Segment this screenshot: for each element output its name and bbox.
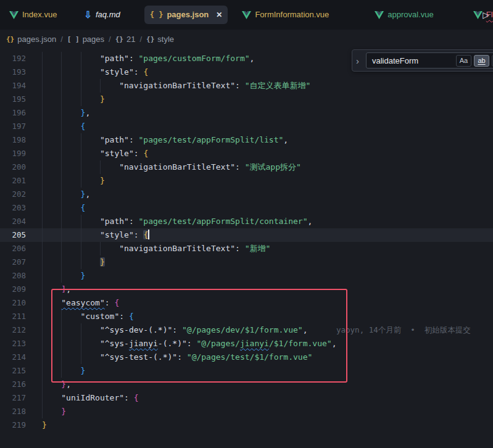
line-number: 212 <box>0 323 26 337</box>
code-token: , <box>66 380 71 389</box>
indent-guide <box>61 188 62 201</box>
match-case-button[interactable]: Aa <box>456 55 471 67</box>
code-token: } <box>42 420 47 429</box>
code-text: } <box>61 405 66 418</box>
indent-guide <box>61 174 62 188</box>
indent-guide <box>42 228 43 242</box>
code-token: : <box>134 230 144 239</box>
code-text: ], <box>61 283 71 296</box>
code-token: "测试app拆分" <box>245 162 301 172</box>
indent-guide <box>61 147 62 160</box>
code-line-196[interactable]: 196}, <box>0 106 493 120</box>
code-token: -(.*)" <box>158 339 187 348</box>
whole-word-button[interactable]: ab <box>474 55 489 67</box>
breadcrumb-label: pages.json <box>17 35 56 44</box>
code-line-213[interactable]: 213"^sys-jianyi-(.*)": "@/pages/jianyi/$… <box>0 337 493 351</box>
editor-tab-bar: Index.vue⇩faq.md{ }pages.json✕FormInform… <box>0 0 493 30</box>
code-text: "style": { <box>100 228 149 242</box>
code-line-210[interactable]: 210"easycom": { <box>0 296 493 310</box>
code-text: "path": "pages/test/appFormSplit/contain… <box>100 215 312 228</box>
breadcrumb-item-pages[interactable]: [ ] pages <box>67 35 104 44</box>
code-line-218[interactable]: 218} <box>0 405 493 418</box>
tab-index-vue[interactable]: Index.vue <box>4 6 62 24</box>
tab-overflow-icon[interactable]: ▷ <box>483 10 489 20</box>
breadcrumb-separator: / <box>109 35 111 44</box>
code-line-212[interactable]: 212"^sys-dev-(.*)": "@/pages/dev/$1/form… <box>0 323 493 337</box>
code-token: } <box>100 176 105 185</box>
code-line-200[interactable]: 200"navigationBarTitleText": "测试app拆分" <box>0 160 493 174</box>
indent-guide <box>42 296 43 310</box>
code-token: "pages/customForm/form" <box>139 54 250 63</box>
code-line-198[interactable]: 198"path": "pages/test/appFormSplit/list… <box>0 133 493 147</box>
line-number: 217 <box>0 391 26 405</box>
line-number: 214 <box>0 351 26 364</box>
line-number: 219 <box>0 418 26 432</box>
breadcrumb: {} pages.json / [ ] pages / {} 21 / {} s… <box>0 30 493 48</box>
tab-pages-json[interactable]: { }pages.json✕ <box>144 6 228 24</box>
code-text: }, <box>61 378 71 391</box>
tab-label: pages.json <box>167 10 209 20</box>
code-token: { <box>81 122 86 131</box>
code-line-204[interactable]: 204"path": "pages/test/appFormSplit/cont… <box>0 215 493 228</box>
code-line-211[interactable]: 211"custom": { <box>0 310 493 323</box>
code-token: } <box>81 271 86 280</box>
code-token: "easycom" <box>61 298 104 307</box>
indent-guide <box>100 160 101 174</box>
find-expand-chevron-icon[interactable]: › <box>356 56 366 66</box>
vue-logo-icon <box>473 11 483 19</box>
code-line-207[interactable]: 207} <box>0 255 493 269</box>
code-line-208[interactable]: 208} <box>0 269 493 283</box>
code-line-197[interactable]: 197{ <box>0 120 493 133</box>
code-token: , <box>332 339 337 348</box>
code-line-203[interactable]: 203{ <box>0 201 493 215</box>
code-line-195[interactable]: 195} <box>0 93 493 106</box>
tab-list: Index.vue⇩faq.md{ }pages.json✕FormInform… <box>0 0 493 30</box>
indent-guide <box>61 351 62 364</box>
breadcrumb-item-file[interactable]: {} pages.json <box>6 35 56 44</box>
indent-guide <box>81 93 81 106</box>
code-text: { <box>81 201 86 215</box>
code-token: "style" <box>100 67 134 77</box>
indent-guide <box>61 65 62 79</box>
code-text: } <box>100 255 105 269</box>
code-line-194[interactable]: 194"navigationBarTitleText": "自定义表单新增" <box>0 79 493 93</box>
code-text: "^sys-dev-(.*)": "@/pages/dev/$1/form.vu… <box>100 323 308 337</box>
code-line-202[interactable]: 202}, <box>0 188 493 201</box>
line-number: 215 <box>0 364 26 378</box>
breadcrumb-item-21[interactable]: {} 21 <box>115 35 136 44</box>
code-line-201[interactable]: 201} <box>0 174 493 188</box>
code-text: "path": "pages/customForm/form", <box>100 52 254 65</box>
breadcrumb-item-style[interactable]: {} style <box>146 35 174 44</box>
close-icon[interactable]: ✕ <box>216 10 222 19</box>
code-token: : <box>129 135 139 144</box>
line-number: 211 <box>0 310 26 323</box>
code-line-219[interactable]: 219} <box>0 418 493 432</box>
git-blame-annotation: yaoyn, 14个月前 • 初始版本提交 <box>336 323 471 337</box>
tab-approval-vue[interactable]: approval.vue <box>369 6 439 24</box>
find-input[interactable]: validateForm Aa ab .* <box>366 52 493 68</box>
code-line-199[interactable]: 199"style": { <box>0 147 493 160</box>
indent-guide <box>42 310 43 323</box>
tab-faq-md[interactable]: ⇩faq.md <box>78 6 125 24</box>
indent-guide <box>81 52 81 65</box>
code-line-217[interactable]: 217"uniIdRouter": { <box>0 391 493 405</box>
code-line-206[interactable]: 206"navigationBarTitleText": "新增" <box>0 242 493 255</box>
indent-guide <box>61 364 62 378</box>
code-line-209[interactable]: 209], <box>0 283 493 296</box>
code-line-216[interactable]: 216}, <box>0 378 493 391</box>
indent-guide <box>81 337 81 351</box>
line-number: 202 <box>0 188 26 201</box>
tab-forminformation-vue[interactable]: FormInformation.vue <box>236 6 334 24</box>
find-query-text[interactable]: validateForm <box>372 56 454 65</box>
code-line-215[interactable]: 215} <box>0 364 493 378</box>
code-line-214[interactable]: 214"^sys-test-(.*)": "@/pages/test/$1/fo… <box>0 351 493 364</box>
code-token: , <box>85 108 90 117</box>
code-line-205[interactable]: 205"style": { <box>0 228 493 242</box>
code-token: : <box>129 217 139 226</box>
code-text: "navigationBarTitleText": "新增" <box>119 242 270 255</box>
indent-guide <box>42 201 43 215</box>
code-text: } <box>81 269 86 283</box>
indent-guide <box>61 160 62 174</box>
code-token: "^sys- <box>100 339 129 348</box>
code-text: "uniIdRouter": { <box>61 391 138 405</box>
